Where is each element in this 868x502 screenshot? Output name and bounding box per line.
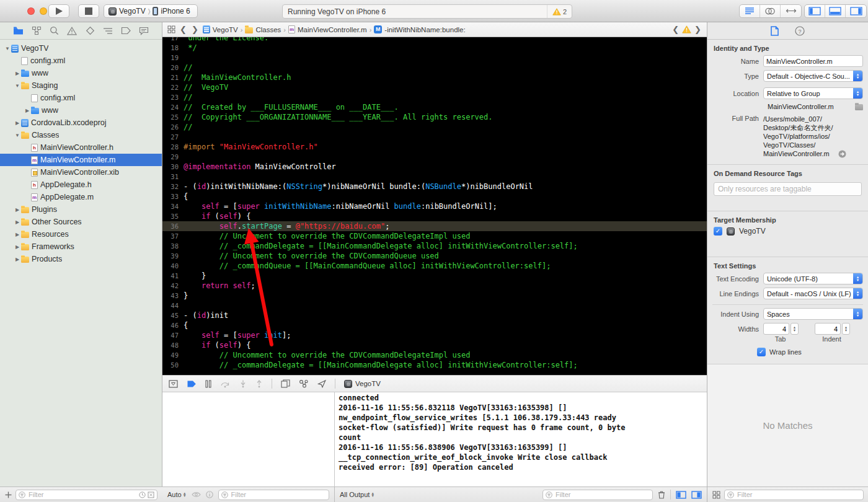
stop-button[interactable] [78,4,99,18]
memory-graph-icon[interactable] [299,379,309,388]
simulate-location-icon[interactable] [317,379,326,388]
scheme-selector[interactable]: VegoTV 〉 iPhone 6 [104,4,198,18]
navigator-filter-field[interactable] [16,490,157,500]
location-dropdown[interactable]: Relative to Group ▲▼ [763,87,863,99]
name-field[interactable] [763,55,863,67]
clear-console-icon[interactable] [658,490,665,499]
console-filter-field[interactable] [542,490,653,500]
source-control-navigator-icon[interactable] [32,26,42,35]
related-items-icon[interactable] [167,25,175,33]
disclosure-triangle[interactable]: ▶ [14,244,21,250]
wrap-lines-checkbox[interactable]: ✓ [757,348,766,356]
disclosure-triangle[interactable]: ▶ [14,71,21,76]
tree-item[interactable]: hMainViewController.h [0,141,162,154]
standard-editor-button[interactable] [740,5,760,17]
hide-debug-area-icon[interactable] [169,380,178,388]
report-navigator-icon[interactable] [139,27,149,35]
disclosure-triangle[interactable]: ▶ [14,219,21,225]
project-navigator-icon[interactable] [13,26,24,35]
toggle-debug-area-button[interactable] [825,5,846,17]
tree-item[interactable]: ▶www [0,67,162,79]
navigator-filter-input[interactable] [27,490,137,499]
disclosure-triangle[interactable]: ▶ [14,257,21,262]
disclosure-triangle[interactable]: ▼ [14,83,21,89]
debug-process-selector[interactable]: VegoTV [344,380,381,388]
warning-badge[interactable]: 2 [547,5,567,18]
disclosure-triangle[interactable]: ▼ [14,133,21,138]
back-button[interactable]: ❮ [179,25,187,34]
next-issue-button[interactable]: ❯ [694,25,702,34]
tree-item[interactable]: ▼Staging [0,79,162,92]
debug-navigator-icon[interactable] [103,27,113,35]
tree-item[interactable]: mAppDelegate.m [0,191,162,203]
breadcrumb-item[interactable]: mMainViewController.m [288,25,367,33]
console-filter-input[interactable] [554,490,650,499]
tree-item[interactable]: ▶Resources [0,228,162,240]
disclosure-triangle[interactable]: ▶ [24,108,31,113]
variables-scope-button[interactable]: Auto ▲▼ [167,491,187,498]
variables-view[interactable] [162,392,335,487]
recent-files-icon[interactable] [139,491,146,498]
flatten-icon[interactable] [148,491,154,498]
tree-item[interactable]: ▶Other Sources [0,216,162,228]
test-navigator-icon[interactable] [86,26,95,35]
quick-help-tab[interactable]: ? [795,26,805,36]
minimize-button[interactable] [40,7,47,15]
stepper-icon[interactable]: ▲▼ [842,323,850,335]
version-editor-button[interactable] [781,5,801,17]
run-button[interactable] [48,4,69,18]
breadcrumb-item[interactable]: VegoTV [203,25,238,33]
show-console-view-icon[interactable] [691,491,702,499]
breakpoints-toggle-icon[interactable] [187,380,197,388]
search-navigator-icon[interactable] [50,26,59,35]
indent-using-dropdown[interactable]: Spaces ▲▼ [763,308,863,320]
disclosure-triangle[interactable]: ▶ [14,120,21,126]
step-out-icon[interactable] [255,380,263,388]
indent-width-field[interactable] [815,323,841,335]
variables-filter-field[interactable] [218,490,329,500]
breakpoint-navigator-icon[interactable] [121,27,131,35]
stepper-icon[interactable]: ▲▼ [790,323,799,335]
tab-width-field[interactable] [763,323,789,335]
close-button[interactable] [27,7,35,15]
assistant-editor-button[interactable] [760,5,781,17]
source-editor[interactable]: 17 under the License.18 */1920//21// Mai… [162,37,707,375]
show-variables-view-icon[interactable] [676,491,686,499]
reveal-arrow-icon[interactable] [838,150,846,158]
tree-item[interactable]: hAppDelegate.h [0,178,162,191]
previous-issue-button[interactable]: ❮ [671,25,680,34]
tree-item[interactable]: ▶Products [0,253,162,265]
resource-tags-field[interactable] [714,182,862,196]
choose-folder-icon[interactable] [855,104,863,110]
breadcrumb-item[interactable]: M-initWithNibName:bundle: [374,25,465,33]
info-icon[interactable] [206,491,213,498]
text-encoding-dropdown[interactable]: Unicode (UTF-8) ▲▼ [763,273,863,284]
toggle-inspector-button[interactable] [846,5,866,17]
disclosure-triangle[interactable]: ▶ [14,232,21,237]
issue-warning-icon[interactable] [682,25,691,33]
target-checkbox[interactable]: ✓ [714,227,722,236]
tree-item[interactable]: ▼VegoTV [0,42,162,55]
type-dropdown[interactable]: Default - Objective-C Sou... ▲▼ [763,70,863,82]
forward-button[interactable]: ❯ [191,25,199,34]
disclosure-triangle[interactable]: ▼ [4,46,11,51]
tree-item[interactable]: ▶www [0,104,162,117]
tree-item[interactable]: config.xml [0,92,162,104]
breadcrumb-item[interactable]: Classes [245,26,281,33]
quicklook-eye-icon[interactable] [192,491,201,498]
console-output[interactable]: connected2016-11-16 11:55:56.832118 Vego… [335,392,707,487]
line-endings-dropdown[interactable]: Default - macOS / Unix (LF) ▲▼ [763,288,863,299]
tree-item[interactable]: ▶CordovaLib.xcodeproj [0,117,162,129]
library-filter-input[interactable] [736,490,861,499]
variables-filter-input[interactable] [230,490,326,499]
library-grid-icon[interactable] [712,491,720,499]
disclosure-triangle[interactable]: ▶ [14,207,21,213]
add-button[interactable] [5,491,12,498]
tree-item[interactable]: config.xml [0,55,162,67]
tree-item[interactable]: ▼Classes [0,129,162,141]
pause-icon[interactable] [205,380,211,388]
tree-item[interactable]: ▶Frameworks [0,240,162,253]
tree-item[interactable]: MainViewController.xib [0,166,162,178]
console-scope-button[interactable]: All Output ▲▼ [340,491,374,498]
step-over-icon[interactable] [220,380,231,388]
